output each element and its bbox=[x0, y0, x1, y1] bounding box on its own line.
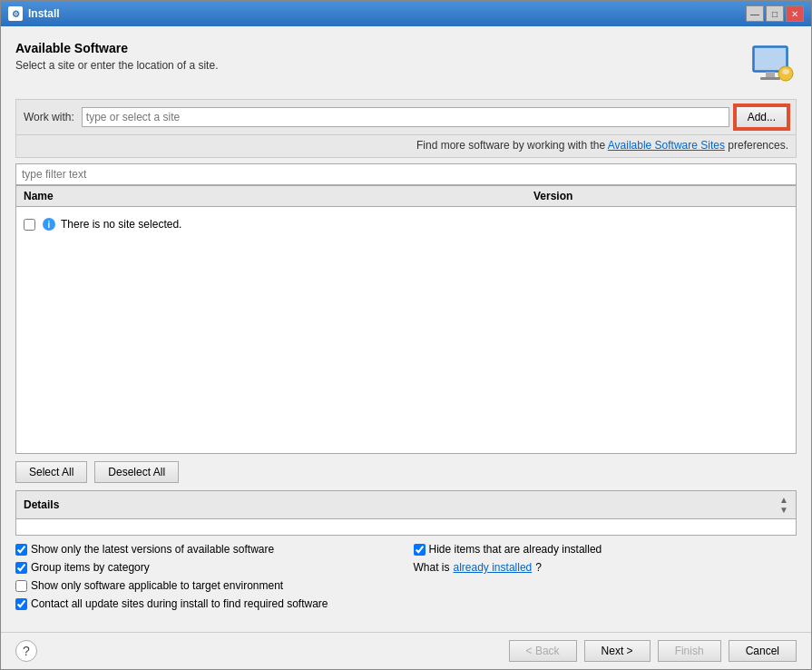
info-icon: i bbox=[43, 218, 55, 231]
svg-rect-1 bbox=[755, 48, 786, 70]
work-with-input[interactable] bbox=[82, 107, 729, 127]
hide-installed-label: Hide items that are already installed bbox=[429, 543, 602, 556]
column-version-header: Version bbox=[533, 190, 788, 202]
checkbox-group-by-category: Group items by category bbox=[15, 561, 399, 574]
minimize-button[interactable]: — bbox=[746, 5, 764, 22]
install-window: ⚙ Install — □ ✕ Available Software Selec… bbox=[0, 0, 812, 670]
header-text: Available Software Select a site or ente… bbox=[15, 41, 749, 72]
select-deselect-row: Select All Deselect All bbox=[15, 461, 797, 483]
what-is-text: What is bbox=[414, 561, 450, 574]
group-by-category-checkbox[interactable] bbox=[15, 562, 27, 574]
footer-buttons: < Back Next > Finish Cancel bbox=[509, 640, 797, 662]
row-no-site-label: There is no site selected. bbox=[61, 218, 181, 231]
page-title: Available Software bbox=[15, 41, 749, 55]
maximize-button[interactable]: □ bbox=[766, 5, 784, 22]
checkbox-contact-update-sites: Contact all update sites during install … bbox=[15, 597, 399, 610]
next-button[interactable]: Next > bbox=[584, 640, 651, 662]
question-mark: ? bbox=[535, 561, 542, 574]
work-with-label: Work with: bbox=[24, 111, 74, 123]
window-controls: — □ ✕ bbox=[746, 5, 804, 22]
close-button[interactable]: ✕ bbox=[786, 5, 804, 22]
details-label: Details bbox=[24, 498, 59, 511]
find-more-row: Find more software by working with the A… bbox=[15, 135, 797, 158]
details-body bbox=[16, 519, 796, 535]
options-col-right: Hide items that are already installed Wh… bbox=[414, 543, 797, 610]
window-title: Install bbox=[28, 7, 746, 20]
svg-rect-3 bbox=[760, 77, 780, 80]
add-button[interactable]: Add... bbox=[735, 105, 788, 129]
page-subtitle: Select a site or enter the location of a… bbox=[15, 59, 749, 72]
table-body: i There is no site selected. bbox=[16, 207, 796, 453]
work-with-row: Work with: Add... bbox=[15, 99, 797, 135]
checkbox-latest-versions: Show only the latest versions of availab… bbox=[15, 543, 399, 556]
row-checkbox[interactable] bbox=[24, 219, 35, 231]
deselect-all-button[interactable]: Deselect All bbox=[94, 461, 179, 483]
group-by-category-label: Group items by category bbox=[31, 561, 150, 574]
details-header: Details ▲ ▼ bbox=[16, 491, 796, 519]
contact-update-sites-checkbox[interactable] bbox=[15, 598, 27, 610]
content-area: Available Software Select a site or ente… bbox=[1, 26, 811, 632]
header-section: Available Software Select a site or ente… bbox=[15, 41, 797, 88]
available-software-sites-link[interactable]: Available Software Sites bbox=[608, 139, 725, 152]
table-row: i There is no site selected. bbox=[24, 214, 788, 234]
window-icon: ⚙ bbox=[8, 6, 23, 21]
svg-rect-2 bbox=[766, 72, 775, 77]
help-button[interactable]: ? bbox=[15, 640, 37, 662]
filter-input[interactable] bbox=[15, 163, 797, 185]
find-more-text: Find more software by working with the bbox=[416, 139, 605, 152]
find-more-suffix: preferences. bbox=[728, 139, 788, 152]
column-name-header: Name bbox=[24, 190, 533, 202]
svg-point-5 bbox=[782, 69, 789, 74]
monitor-icon bbox=[749, 41, 797, 88]
title-bar: ⚙ Install — □ ✕ bbox=[1, 1, 811, 26]
hide-installed-checkbox[interactable] bbox=[414, 544, 426, 556]
what-is-installed-row: What is already installed ? bbox=[414, 561, 797, 574]
table-header: Name Version bbox=[16, 186, 796, 207]
already-installed-link[interactable]: already installed bbox=[454, 561, 533, 574]
details-scrollbar[interactable]: ▲ ▼ bbox=[779, 495, 788, 515]
select-all-button[interactable]: Select All bbox=[15, 461, 87, 483]
header-icon bbox=[749, 41, 797, 88]
options-section: Show only the latest versions of availab… bbox=[15, 543, 797, 610]
footer: ? < Back Next > Finish Cancel bbox=[1, 632, 811, 669]
options-col-left: Show only the latest versions of availab… bbox=[15, 543, 399, 610]
target-environment-checkbox[interactable] bbox=[15, 580, 27, 592]
latest-versions-label: Show only the latest versions of availab… bbox=[31, 543, 274, 556]
contact-update-sites-label: Contact all update sites during install … bbox=[31, 597, 328, 610]
checkbox-hide-installed: Hide items that are already installed bbox=[414, 543, 797, 556]
finish-button[interactable]: Finish bbox=[658, 640, 721, 662]
target-environment-label: Show only software applicable to target … bbox=[31, 579, 283, 592]
details-section: Details ▲ ▼ bbox=[15, 490, 797, 536]
latest-versions-checkbox[interactable] bbox=[15, 544, 27, 556]
checkbox-target-environment: Show only software applicable to target … bbox=[15, 579, 399, 592]
software-table: Name Version i There is no site selected… bbox=[15, 185, 797, 454]
cancel-button[interactable]: Cancel bbox=[729, 640, 797, 662]
back-button[interactable]: < Back bbox=[509, 640, 577, 662]
